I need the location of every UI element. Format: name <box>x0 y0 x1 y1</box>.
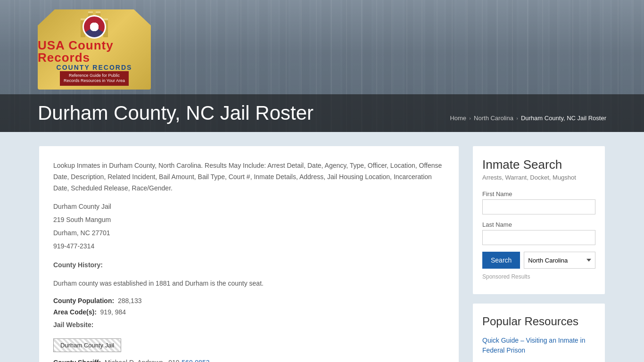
sheriff-phone-link[interactable]: 560-0853 <box>182 359 209 362</box>
tagline-line1: Reference Guide for Public <box>69 73 120 78</box>
area-code-label: Area Code(s): <box>53 308 97 316</box>
hero-title-area: Durham County, NC Jail Roster <box>0 94 644 132</box>
breadcrumb-state[interactable]: North Carolina <box>474 115 513 122</box>
jail-website-link[interactable]: Durham County Jail <box>53 338 121 352</box>
popular-resources-box: Popular Resources Quick Guide – Visiting… <box>473 304 605 362</box>
jail-website-label: Jail Website: <box>53 320 445 331</box>
first-name-group: First Name <box>482 190 595 214</box>
resource-link-1[interactable]: Quick Guide – Visiting an Inmate in Fede… <box>482 336 595 355</box>
inmate-search-box: Inmate Search Arrests, Warrant, Docket, … <box>473 146 605 294</box>
logo-tagline-box: Reference Guide for Public Records Resou… <box>60 71 129 86</box>
content-area: Lookup Inmates in Durham County, North C… <box>39 146 459 362</box>
first-name-label: First Name <box>482 190 595 197</box>
last-name-label: Last Name <box>482 221 595 228</box>
state-select[interactable]: North Carolina Alabama Alaska Arizona Ca… <box>524 252 595 269</box>
logo-area: USA County Records COUNTY RECORDS Refere… <box>38 9 151 90</box>
area-code-row: Area Code(s): 919, 984 <box>53 308 445 316</box>
search-button[interactable]: Search <box>482 252 520 269</box>
breadcrumb-sep-1: › <box>469 115 471 122</box>
phone-number: 919-477-2314 <box>53 241 445 252</box>
logo-usa-text: USA County Records <box>38 39 151 64</box>
sidebar: Inmate Search Arrests, Warrant, Docket, … <box>473 146 605 362</box>
county-history-text: Durham county was established in 1881 an… <box>53 278 445 289</box>
sheriff-name: Michael D. Andrews, <box>105 359 165 362</box>
address-line-2: Durham, NC 27701 <box>53 228 445 239</box>
jail-name: Durham County Jail <box>53 201 445 213</box>
main-wrapper: Lookup Inmates in Durham County, North C… <box>30 132 614 362</box>
sponsored-label: Sponsored Results <box>482 273 595 280</box>
tagline-line2: Records Resources in Your Area <box>64 78 125 83</box>
last-name-input[interactable] <box>482 230 595 245</box>
logo-tagline: Reference Guide for Public Records Resou… <box>64 73 125 84</box>
address-line-1: 219 South Mangum <box>53 214 445 226</box>
logo-county-text: COUNTY RECORDS <box>57 64 132 71</box>
popular-resources-title: Popular Resources <box>482 315 595 328</box>
sheriff-label: County Sheriff: <box>53 359 101 362</box>
breadcrumb-home[interactable]: Home <box>450 115 466 122</box>
population-label: County Population: <box>53 297 114 304</box>
breadcrumb: Home › North Carolina › Durham County, N… <box>450 115 606 122</box>
last-name-group: Last Name <box>482 221 595 245</box>
hero-section: USA County Records COUNTY RECORDS Refere… <box>0 0 644 132</box>
logo-box: USA County Records COUNTY RECORDS Refere… <box>38 9 151 90</box>
search-row: Search North Carolina Alabama Alaska Ari… <box>482 252 595 269</box>
usa-flag-icon <box>83 15 106 39</box>
population-row: County Population: 288,133 <box>53 297 445 304</box>
sheriff-row: County Sheriff: Michael D. Andrews, 919-… <box>53 359 445 362</box>
county-history-label: County History: <box>53 260 445 271</box>
area-code-value: 919, 984 <box>100 308 126 316</box>
first-name-input[interactable] <box>482 199 595 214</box>
intro-text: Lookup Inmates in Durham County, North C… <box>53 160 445 194</box>
sheriff-phone-prefix: 919- <box>168 359 182 362</box>
inmate-search-subtitle: Arrests, Warrant, Docket, Mugshot <box>482 174 595 181</box>
inmate-search-title: Inmate Search <box>482 157 595 172</box>
population-value: 288,133 <box>118 297 142 304</box>
breadcrumb-current: Durham County, NC Jail Roster <box>521 115 606 122</box>
breadcrumb-sep-2: › <box>516 115 518 122</box>
